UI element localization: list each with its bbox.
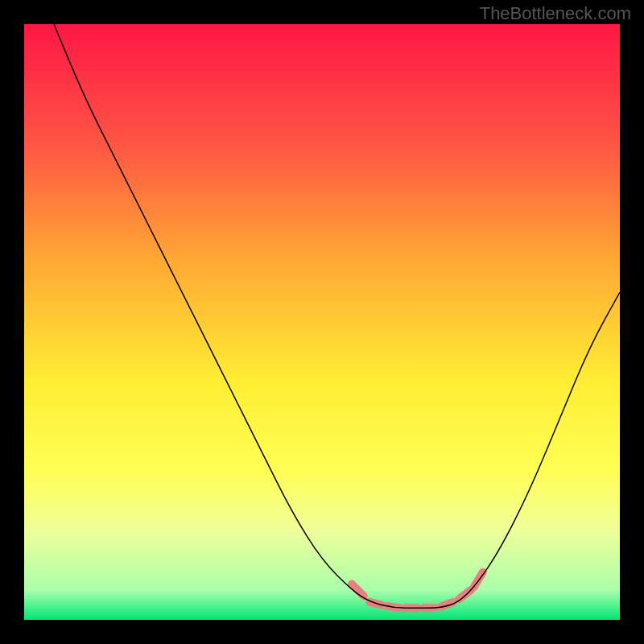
gradient-background — [24, 24, 620, 620]
bottleneck-chart — [24, 24, 620, 620]
watermark-text: TheBottleneck.com — [480, 3, 631, 24]
chart-svg — [24, 24, 620, 620]
